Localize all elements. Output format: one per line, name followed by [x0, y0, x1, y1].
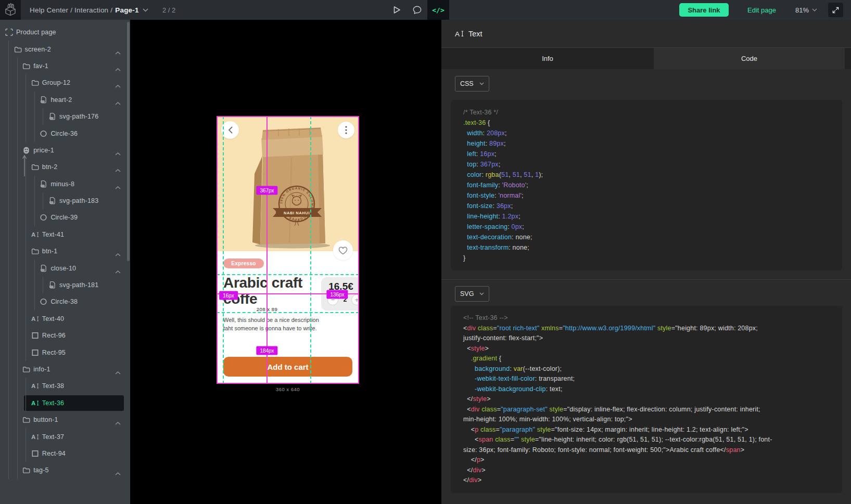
layer-item-close-10[interactable]: close-10 — [0, 260, 127, 276]
code-line: size: 36px; font-family: Roboto; font-st… — [463, 445, 830, 456]
folder-icon — [22, 62, 30, 70]
tree-guide-line — [34, 125, 35, 141]
collapse-chevron-icon[interactable] — [115, 469, 121, 472]
layer-item-Circle-38[interactable]: Circle-38 — [0, 293, 127, 310]
tree-guide-line — [8, 311, 9, 327]
svgfile-icon — [48, 197, 56, 205]
tree-guide-line — [8, 344, 9, 360]
layer-item-Text-36[interactable]: AText-36 — [0, 395, 127, 411]
tree-guide-line — [34, 209, 35, 226]
code-toggle-button[interactable]: </> — [427, 0, 449, 20]
tree-guide-line — [26, 344, 26, 360]
layer-item-Circle-36[interactable]: Circle-36 — [0, 125, 127, 141]
code-icon: </> — [432, 6, 444, 14]
layer-item-screen-2[interactable]: screen-2 — [0, 41, 127, 57]
layer-item-fav-1[interactable]: fav-1 — [0, 58, 127, 74]
kebab-menu-icon — [345, 126, 347, 134]
layer-item-info-1[interactable]: info-1 — [0, 361, 127, 378]
collapse-chevron-icon[interactable] — [115, 148, 121, 152]
tree-guide-line — [8, 243, 9, 260]
collapse-chevron-icon[interactable] — [115, 47, 121, 51]
collapse-chevron-icon[interactable] — [115, 64, 121, 68]
layer-item-svg-path-176[interactable]: svg-path-176 — [0, 108, 127, 125]
layer-label: svg-path-181 — [59, 281, 98, 289]
rect-icon — [31, 348, 39, 356]
layer-item-btn-2[interactable]: btn-2 — [0, 159, 127, 175]
sidebar-scrollbar[interactable] — [127, 22, 130, 261]
comment-button[interactable] — [410, 0, 424, 20]
product-image-area: 100% ORGANIC COLOMBIAN COFFEE NABI NAHUI — [217, 116, 359, 251]
code-line: } — [463, 253, 830, 263]
tree-guide-line — [17, 311, 18, 327]
layer-item-Circle-39[interactable]: Circle-39 — [0, 209, 127, 226]
layer-label: Text-36 — [42, 399, 64, 407]
svgfile-icon — [48, 113, 56, 121]
tree-guide-line — [17, 243, 18, 260]
collapse-chevron-icon[interactable] — [115, 182, 121, 186]
layer-item-Text-38[interactable]: AText-38 — [0, 378, 127, 394]
artboard-size-label: 360 x 640 — [217, 386, 359, 392]
frame-icon — [5, 29, 13, 36]
layer-item-Rect-95[interactable]: Rect-95 — [0, 344, 127, 360]
play-button[interactable] — [390, 0, 403, 20]
category-tag[interactable]: Expresso — [223, 259, 264, 268]
tree-guide-line — [17, 176, 18, 192]
layer-item-button-1[interactable]: button-1 — [0, 411, 127, 428]
layer-item-heart-2[interactable]: heart-2 — [0, 92, 127, 108]
layer-item-Rect-94[interactable]: Rect-94 — [0, 445, 127, 462]
back-button[interactable] — [221, 121, 239, 139]
layer-label: info-1 — [33, 366, 50, 373]
design-canvas[interactable]: 100% ORGANIC COLOMBIAN COFFEE NABI NAHUI… — [130, 20, 441, 504]
layer-item-Text-37[interactable]: AText-37 — [0, 428, 127, 445]
menu-button[interactable] — [338, 122, 354, 138]
text-size-label: 208 x 89 — [257, 306, 277, 312]
layer-item-minus-8[interactable]: minus-8 — [0, 176, 127, 192]
tree-guide-line — [8, 428, 9, 445]
layer-item-price-1[interactable]: price-1 — [0, 142, 127, 159]
layer-item-svg-path-183[interactable]: svg-path-183 — [0, 192, 127, 209]
layer-item-Rect-96[interactable]: Rect-96 — [0, 327, 127, 344]
tab-code[interactable]: Code — [654, 48, 845, 69]
breadcrumb[interactable]: Help Center / Interaction / Page-1 — [30, 0, 148, 20]
add-to-cart-button[interactable]: Add to cart — [223, 357, 352, 377]
collapse-chevron-icon[interactable] — [115, 418, 121, 422]
layer-label: Product page — [16, 29, 56, 36]
artboard-product-page[interactable]: 100% ORGANIC COLOMBIAN COFFEE NABI NAHUI… — [217, 116, 359, 384]
svgfile-icon — [40, 264, 47, 272]
collapse-chevron-icon[interactable] — [115, 266, 121, 270]
svg-text:A: A — [31, 231, 35, 238]
tree-guide-line — [17, 92, 18, 108]
layer-item-tag-5[interactable]: tag-5 — [0, 462, 127, 479]
chevron-down-icon — [479, 82, 484, 85]
tree-guide-line — [26, 192, 26, 209]
svg-language-dropdown[interactable]: SVG — [455, 286, 489, 302]
share-link-button[interactable]: Share link — [679, 3, 729, 17]
quantity-plus-button[interactable]: + — [351, 294, 359, 305]
layer-item-Text-41[interactable]: AText-41 — [0, 226, 127, 243]
layer-item-svg-path-181[interactable]: svg-path-181 — [0, 277, 127, 293]
layer-item-Group-12[interactable]: Group-12 — [0, 74, 127, 91]
favorite-button[interactable] — [333, 240, 353, 260]
collapse-chevron-icon[interactable] — [115, 368, 121, 371]
zoom-control[interactable]: 81% — [795, 0, 817, 20]
layer-item-btn-1[interactable]: btn-1 — [0, 243, 127, 260]
tab-info[interactable]: Info — [441, 48, 654, 69]
folder-icon — [31, 79, 39, 87]
code-line: font-style: 'normal'; — [463, 190, 830, 201]
edit-page-link[interactable]: Edit page — [747, 0, 776, 20]
css-language-dropdown[interactable]: CSS — [455, 76, 489, 92]
folder-icon — [22, 467, 30, 474]
svg-code-block: <!-- Text-36 --><div class="root rich-te… — [451, 306, 842, 493]
app-logo-icon[interactable] — [0, 0, 21, 20]
fullscreen-button[interactable] — [828, 3, 843, 17]
element-type-header: A Text — [441, 20, 851, 48]
collapse-chevron-icon[interactable] — [115, 165, 121, 169]
layer-item-Text-40[interactable]: AText-40 — [0, 311, 127, 327]
collapse-chevron-icon[interactable] — [115, 81, 121, 85]
layer-item-Product page[interactable]: Product page — [0, 24, 127, 41]
text-icon: A — [31, 382, 39, 390]
collapse-chevron-icon[interactable] — [115, 98, 121, 101]
collapse-chevron-icon[interactable] — [115, 250, 121, 253]
code-line: top: 367px; — [463, 159, 830, 170]
tree-guide-line — [8, 462, 9, 479]
